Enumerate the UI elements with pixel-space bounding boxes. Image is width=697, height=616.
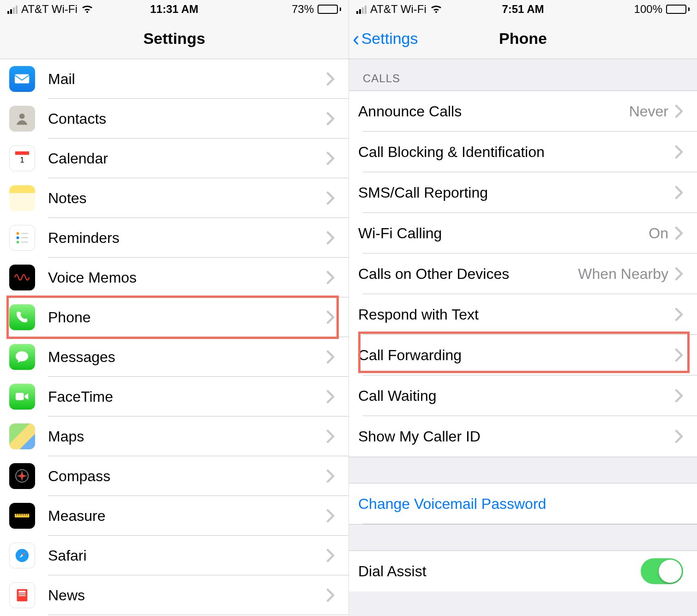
chevron-right-icon	[326, 151, 335, 165]
settings-row-notes[interactable]: Notes	[0, 178, 348, 218]
phone-row-call-forwarding[interactable]: Call Forwarding	[349, 335, 697, 375]
settings-row-label: FaceTime	[48, 388, 326, 405]
phone-row-detail: On	[649, 225, 668, 242]
chevron-right-icon	[326, 350, 335, 364]
phone-row-calls-other-devices[interactable]: Calls on Other DevicesWhen Nearby	[349, 254, 697, 294]
signal-icon	[7, 5, 18, 14]
svg-rect-2	[15, 151, 29, 155]
section-gap	[349, 457, 697, 483]
settings-row-reminders[interactable]: Reminders	[0, 218, 348, 258]
measure-icon	[9, 503, 35, 529]
battery-percent: 73%	[292, 3, 314, 16]
phone-row-label: Calls on Other Devices	[358, 266, 578, 283]
settings-row-label: Notes	[48, 190, 326, 207]
settings-row-messages[interactable]: Messages	[0, 337, 348, 377]
phone-row-label: Wi-Fi Calling	[358, 225, 649, 242]
settings-row-label: Compass	[48, 468, 326, 485]
settings-row-safari[interactable]: Safari	[0, 536, 348, 575]
phone-row-show-caller-id[interactable]: Show My Caller ID	[349, 416, 697, 457]
settings-row-label: Measure	[48, 507, 326, 525]
status-bar-left: AT&T Wi-Fi 11:31 AM 73%	[0, 0, 348, 18]
settings-row-voicememos[interactable]: Voice Memos	[0, 258, 348, 297]
screen-settings: AT&T Wi-Fi 11:31 AM 73% Settings MailCon…	[0, 0, 348, 616]
phone-row-label: SMS/Call Reporting	[358, 184, 675, 201]
nav-title-phone: Phone	[499, 30, 547, 48]
wifi-icon	[81, 5, 93, 14]
reminders-icon	[9, 225, 35, 251]
chevron-right-icon	[675, 104, 683, 118]
chevron-left-icon: ‹	[353, 29, 360, 49]
row-dial-assist[interactable]: Dial Assist	[349, 551, 697, 592]
settings-row-maps[interactable]: Maps	[0, 417, 348, 456]
nav-back-button[interactable]: ‹ Settings	[353, 29, 418, 49]
chevron-right-icon	[326, 231, 335, 245]
svg-rect-22	[18, 591, 25, 593]
phone-row-label: Call Waiting	[358, 387, 675, 405]
phone-row-detail: When Nearby	[578, 266, 668, 283]
chevron-right-icon	[675, 226, 683, 240]
settings-row-label: Voice Memos	[48, 269, 326, 286]
safari-icon	[9, 543, 35, 568]
settings-row-label: Reminders	[48, 229, 326, 247]
chevron-right-icon	[675, 186, 683, 199]
dial-assist-toggle[interactable]	[641, 558, 683, 584]
nav-back-label: Settings	[361, 30, 418, 48]
phone-row-label: Call Blocking & Identification	[358, 144, 675, 161]
nav-bar-phone: ‹ Settings Phone	[349, 18, 697, 59]
chevron-right-icon	[675, 389, 683, 403]
svg-rect-24	[18, 595, 25, 596]
nav-title-settings: Settings	[143, 30, 205, 48]
phone-row-announce-calls[interactable]: Announce CallsNever	[349, 91, 697, 132]
chevron-right-icon	[675, 145, 683, 159]
phone-row-call-blocking[interactable]: Call Blocking & Identification	[349, 132, 697, 172]
settings-row-label: Safari	[48, 547, 326, 564]
phone-row-label: Respond with Text	[358, 306, 675, 323]
settings-row-label: News	[48, 587, 326, 604]
chevron-right-icon	[326, 509, 335, 523]
svg-text:1: 1	[20, 156, 24, 164]
section-header-calls: CALLS	[349, 59, 697, 91]
svg-point-1	[19, 114, 25, 119]
facetime-icon	[9, 384, 35, 410]
settings-row-label: Contacts	[48, 110, 326, 127]
settings-row-mail[interactable]: Mail	[0, 59, 348, 99]
phone-row-call-waiting[interactable]: Call Waiting	[349, 375, 697, 416]
settings-row-label: Calendar	[48, 150, 326, 167]
settings-row-news[interactable]: News	[0, 575, 348, 615]
battery-icon	[318, 5, 341, 14]
mail-icon	[9, 66, 35, 92]
row-change-voicemail-password[interactable]: Change Voicemail Password	[349, 483, 697, 524]
status-bar-right: AT&T Wi-Fi 7:51 AM 100%	[349, 0, 697, 18]
chevron-right-icon	[326, 191, 335, 205]
battery-percent: 100%	[634, 3, 662, 16]
settings-list[interactable]: MailContacts1CalendarNotesRemindersVoice…	[0, 59, 348, 616]
carrier-label: AT&T Wi-Fi	[21, 3, 78, 16]
chevron-right-icon	[675, 308, 683, 321]
settings-row-calendar[interactable]: 1Calendar	[0, 139, 348, 178]
chevron-right-icon	[326, 271, 335, 284]
svg-rect-0	[15, 74, 29, 84]
phone-row-label: Show My Caller ID	[358, 428, 675, 445]
calendar-icon: 1	[9, 145, 35, 171]
svg-point-4	[17, 232, 19, 235]
settings-row-label: Messages	[48, 349, 326, 366]
messages-icon	[9, 344, 35, 370]
settings-row-facetime[interactable]: FaceTime	[0, 377, 348, 417]
svg-point-5	[17, 236, 19, 239]
phone-row-wifi-calling[interactable]: Wi-Fi CallingOn	[349, 213, 697, 254]
phone-row-sms-call-reporting[interactable]: SMS/Call Reporting	[349, 172, 697, 213]
change-voicemail-password-label: Change Voicemail Password	[358, 495, 546, 513]
svg-rect-10	[16, 393, 24, 400]
phone-row-respond-with-text[interactable]: Respond with Text	[349, 294, 697, 335]
settings-row-measure[interactable]: Measure	[0, 496, 348, 536]
chevron-right-icon	[675, 348, 683, 362]
contacts-icon	[9, 106, 35, 132]
phone-settings-list[interactable]: CALLS Announce CallsNeverCall Blocking &…	[349, 59, 697, 616]
settings-row-compass[interactable]: Compass	[0, 456, 348, 496]
signal-icon	[356, 5, 367, 14]
settings-row-contacts[interactable]: Contacts	[0, 99, 348, 139]
settings-row-phone[interactable]: Phone	[0, 297, 348, 337]
battery-icon	[666, 5, 690, 14]
chevron-right-icon	[326, 549, 335, 562]
dial-assist-label: Dial Assist	[358, 563, 641, 580]
